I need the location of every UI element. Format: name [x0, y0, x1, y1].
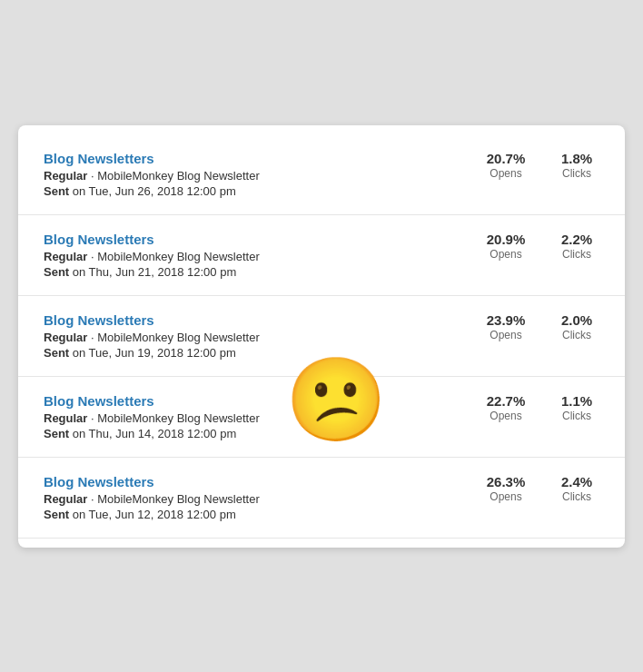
clicks-value: 1.8% [561, 151, 592, 166]
item-left: Blog Newsletters Regular · MobileMonkey … [44, 312, 454, 360]
clicks-stat: 2.4% Clicks [554, 474, 599, 503]
item-title[interactable]: Blog Newsletters [44, 232, 454, 247]
clicks-label: Clicks [562, 490, 591, 503]
opens-label: Opens [490, 329, 521, 341]
sent-label: Sent [44, 346, 69, 360]
item-left: Blog Newsletters Regular · MobileMonkey … [44, 232, 454, 279]
item-left: Blog Newsletters Regular · MobileMonkey … [44, 474, 454, 521]
item-subtitle: Regular · MobileMonkey Blog Newsletter [44, 331, 454, 344]
list-item: Blog Newsletters Regular · MobileMonkey … [18, 377, 625, 458]
clicks-label: Clicks [562, 167, 591, 180]
sent-label: Sent [44, 265, 69, 279]
clicks-value: 2.0% [561, 312, 592, 328]
item-left: Blog Newsletters Regular · MobileMonkey … [44, 151, 454, 198]
item-stats: 26.3% Opens 2.4% Clicks [454, 474, 599, 503]
item-sent: Sent on Thu, Jun 14, 2018 12:00 pm [44, 427, 454, 440]
opens-stat: 20.7% Opens [483, 151, 529, 180]
clicks-label: Clicks [562, 329, 591, 341]
item-title[interactable]: Blog Newsletters [44, 151, 454, 166]
clicks-stat: 2.0% Clicks [554, 312, 599, 341]
clicks-value: 1.1% [561, 393, 592, 409]
subtitle-type: Regular [44, 411, 87, 425]
item-stats: 20.9% Opens 2.2% Clicks [454, 232, 599, 261]
item-stats: 22.7% Opens 1.1% Clicks [454, 393, 599, 422]
sent-label: Sent [44, 427, 69, 440]
item-subtitle: Regular · MobileMonkey Blog Newsletter [44, 411, 454, 425]
item-sent: Sent on Tue, Jun 19, 2018 12:00 pm [44, 346, 454, 360]
opens-stat: 20.9% Opens [483, 232, 529, 261]
opens-stat: 22.7% Opens [483, 393, 529, 422]
clicks-value: 2.2% [561, 232, 592, 247]
item-stats: 23.9% Opens 2.0% Clicks [454, 312, 599, 341]
list-item: Blog Newsletters Regular · MobileMonkey … [18, 215, 625, 296]
opens-value: 22.7% [487, 393, 526, 409]
subtitle-type: Regular [44, 250, 87, 263]
item-title[interactable]: Blog Newsletters [44, 474, 454, 489]
list-item: Blog Newsletters Regular · MobileMonkey … [18, 458, 625, 539]
clicks-stat: 2.2% Clicks [554, 232, 599, 261]
list-item: Blog Newsletters Regular · MobileMonkey … [18, 134, 625, 215]
sent-label: Sent [44, 184, 69, 198]
opens-stat: 26.3% Opens [483, 474, 529, 503]
opens-value: 23.9% [487, 312, 526, 328]
item-left: Blog Newsletters Regular · MobileMonkey … [44, 393, 454, 440]
clicks-stat: 1.8% Clicks [554, 151, 599, 180]
opens-label: Opens [490, 248, 521, 261]
sent-label: Sent [44, 508, 69, 521]
item-subtitle: Regular · MobileMonkey Blog Newsletter [44, 169, 454, 183]
opens-label: Opens [490, 167, 521, 180]
item-title[interactable]: Blog Newsletters [44, 312, 454, 328]
item-sent: Sent on Thu, Jun 21, 2018 12:00 pm [44, 265, 454, 279]
opens-value: 20.9% [487, 232, 526, 247]
newsletter-list-card: Blog Newsletters Regular · MobileMonkey … [18, 125, 625, 548]
item-subtitle: Regular · MobileMonkey Blog Newsletter [44, 492, 454, 506]
clicks-label: Clicks [562, 410, 591, 422]
item-sent: Sent on Tue, Jun 26, 2018 12:00 pm [44, 184, 454, 198]
opens-value: 20.7% [487, 151, 526, 166]
clicks-value: 2.4% [561, 474, 592, 489]
opens-label: Opens [490, 410, 521, 422]
opens-value: 26.3% [487, 474, 526, 489]
item-subtitle: Regular · MobileMonkey Blog Newsletter [44, 250, 454, 263]
clicks-stat: 1.1% Clicks [554, 393, 599, 422]
opens-stat: 23.9% Opens [483, 312, 529, 341]
item-stats: 20.7% Opens 1.8% Clicks [454, 151, 599, 180]
clicks-label: Clicks [562, 248, 591, 261]
item-sent: Sent on Tue, Jun 12, 2018 12:00 pm [44, 508, 454, 521]
subtitle-type: Regular [44, 331, 87, 344]
list-item: Blog Newsletters Regular · MobileMonkey … [18, 296, 625, 377]
subtitle-type: Regular [44, 492, 87, 506]
opens-label: Opens [490, 490, 521, 503]
item-title[interactable]: Blog Newsletters [44, 393, 454, 409]
subtitle-type: Regular [44, 169, 87, 183]
